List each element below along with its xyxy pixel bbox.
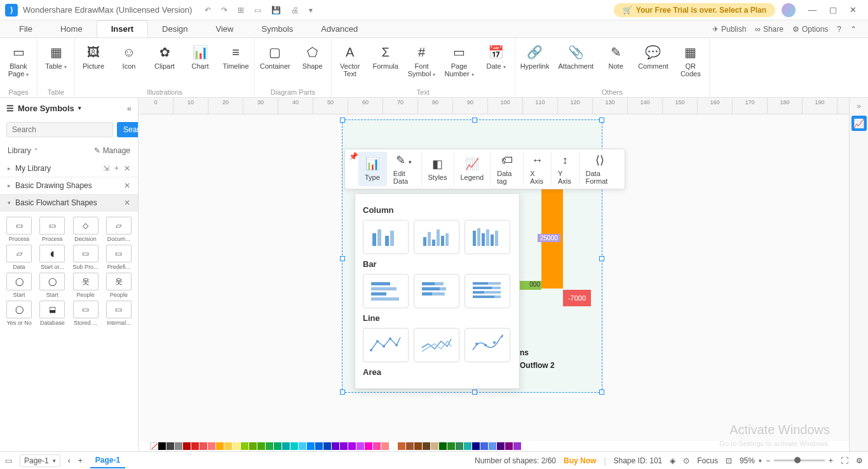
save-icon[interactable]: 💾 — [271, 6, 281, 15]
fullscreen-icon[interactable]: ⛶ — [841, 456, 848, 465]
ribbon-tool-page-number[interactable]: ▭PageNumber ▾ — [444, 42, 473, 87]
color-swatch[interactable] — [497, 442, 505, 450]
color-swatch[interactable] — [480, 442, 488, 450]
expand-panel-icon[interactable]: » — [857, 102, 861, 111]
focus-label[interactable]: Focus — [697, 456, 718, 465]
color-swatch[interactable] — [274, 442, 281, 450]
shape-database[interactable]: ⬓Database — [37, 301, 67, 326]
help-icon[interactable]: ? — [837, 25, 841, 34]
redo-icon[interactable]: ↷ — [221, 6, 227, 15]
shape-data[interactable]: ▱Data — [4, 245, 34, 270]
chart-properties-icon[interactable]: 📈 — [851, 116, 867, 131]
library-up-icon[interactable]: ⌃ — [34, 147, 39, 154]
close-cat-icon[interactable]: ✕ — [124, 181, 130, 190]
ribbon-tool-note[interactable]: ✎Note — [602, 42, 629, 87]
publish-button[interactable]: ✈ Publish — [712, 25, 746, 34]
resize-handle[interactable] — [340, 390, 345, 395]
zoom-dropdown-icon[interactable]: ▾ — [759, 458, 762, 464]
resize-handle[interactable] — [472, 390, 477, 395]
search-input[interactable] — [6, 122, 113, 137]
color-swatch[interactable] — [472, 442, 480, 450]
menu-view[interactable]: View — [202, 20, 248, 37]
menu-design[interactable]: Design — [148, 20, 201, 37]
bar-clustered[interactable] — [363, 274, 409, 308]
color-swatch[interactable] — [166, 442, 174, 450]
shape-predefi-[interactable]: ▭Predefi... — [104, 245, 134, 270]
trial-banner[interactable]: 🛒 Your Free Trial is over. Select a Plan — [614, 3, 775, 17]
color-swatch[interactable] — [299, 442, 306, 450]
color-swatch[interactable] — [381, 442, 389, 450]
page-nav-icon[interactable]: ▭ — [5, 456, 12, 465]
qat-more-icon[interactable]: ▾ — [309, 6, 313, 15]
resize-handle[interactable] — [472, 118, 477, 123]
bar-stacked[interactable] — [414, 274, 459, 308]
add-page-icon[interactable]: + — [78, 456, 83, 465]
color-swatch[interactable] — [241, 442, 248, 450]
menu-insert[interactable]: Insert — [97, 20, 148, 37]
ribbon-tool-chart[interactable]: 📊Chart — [187, 42, 214, 87]
color-swatch[interactable] — [373, 442, 381, 450]
color-swatch[interactable] — [315, 442, 323, 450]
color-swatch[interactable] — [175, 442, 182, 450]
hamburger-icon[interactable]: ☰ — [6, 104, 14, 113]
shape-docum-[interactable]: ▱Docum... — [104, 217, 134, 242]
pin-icon[interactable]: 📌 — [349, 152, 358, 186]
color-swatch[interactable] — [356, 442, 364, 450]
shape-process[interactable]: ▭Process — [37, 217, 67, 242]
page-selector[interactable]: Page-1 ▾ — [20, 454, 60, 467]
focus-icon[interactable]: ⊙ — [683, 456, 689, 465]
ribbon-tool-date[interactable]: 📅Date ▾ — [483, 42, 510, 87]
settings-icon[interactable]: ⚙ — [856, 456, 863, 465]
color-swatch[interactable] — [340, 442, 348, 450]
color-swatch[interactable] — [505, 442, 513, 450]
shape-people[interactable]: 웃People — [104, 273, 134, 298]
shape-start-or-[interactable]: ◖Start or... — [37, 245, 67, 270]
resize-handle[interactable] — [599, 256, 604, 261]
color-swatch[interactable] — [216, 442, 224, 450]
shape-start[interactable]: ◯Start — [37, 273, 67, 298]
ribbon-tool-shape[interactable]: ⬠Shape — [299, 42, 326, 87]
color-swatch[interactable] — [406, 442, 414, 450]
ribbon-tool-vector-text[interactable]: AVectorText — [337, 42, 363, 87]
close-cat-icon[interactable]: ✕ — [124, 198, 130, 207]
ribbon-tool-attachment[interactable]: 📎Attachment — [559, 42, 594, 87]
cturkey-basic-flowchart[interactable]: ▾ Basic Flowchart Shapes ✕ — [0, 194, 138, 212]
chart-tool-legend[interactable]: 📈Legend — [454, 152, 491, 186]
layers-icon[interactable]: ◈ — [670, 456, 675, 465]
shape-yes-or-no[interactable]: ◯Yes or No — [4, 301, 34, 326]
ribbon-tool-clipart[interactable]: ✿Clipart — [151, 42, 178, 87]
ribbon-tool-font-symbol[interactable]: #FontSymbol ▾ — [408, 42, 436, 87]
chart-tool-styles[interactable]: ◧Styles — [422, 152, 454, 186]
chart-tool-x-axis[interactable]: ↔X Axis — [524, 152, 552, 186]
ribbon-tool-timeline[interactable]: ≡Timeline — [222, 42, 249, 87]
line-basic[interactable] — [363, 328, 409, 362]
ribbon-tool-hyperlink[interactable]: 🔗Hyperlink — [520, 42, 550, 87]
menu-symbols[interactable]: Symbols — [247, 20, 307, 37]
options-button[interactable]: ⚙ Options — [792, 25, 828, 34]
color-swatch[interactable] — [233, 442, 240, 450]
prev-page-icon[interactable]: ‹ — [68, 456, 71, 465]
user-avatar[interactable] — [782, 3, 796, 17]
dropdown-icon[interactable]: ▾ — [78, 105, 81, 111]
remove-icon[interactable]: ✕ — [124, 164, 130, 173]
menu-home[interactable]: Home — [46, 20, 97, 37]
manage-button[interactable]: ✎ Manage — [94, 146, 130, 155]
color-swatch[interactable] — [282, 442, 290, 450]
color-swatch[interactable] — [183, 442, 191, 450]
zoom-out-icon[interactable]: − — [766, 456, 770, 465]
column-stacked[interactable] — [414, 220, 459, 254]
shape-people[interactable]: 웃People — [71, 273, 101, 298]
color-swatch[interactable] — [224, 442, 232, 450]
ribbon-tool-container[interactable]: ▢Container — [260, 42, 290, 87]
ribbon-tool-qr-codes[interactable]: ▦QRCodes — [677, 42, 704, 87]
color-swatch[interactable] — [439, 442, 447, 450]
chart-tool-edit-data[interactable]: ✎ ▾Edit Data — [387, 152, 422, 186]
shape-internal-[interactable]: ▭Internal... — [104, 301, 134, 326]
color-swatch[interactable] — [332, 442, 339, 450]
maximize-button[interactable]: ▢ — [823, 5, 843, 15]
shape-stored-[interactable]: ▭Stored ... — [71, 301, 101, 326]
zoom-in-icon[interactable]: + — [829, 456, 833, 465]
color-swatch[interactable] — [208, 442, 215, 450]
color-swatch[interactable] — [290, 442, 298, 450]
chart-tool-data-format[interactable]: ⟨⟩Data Format — [580, 152, 621, 186]
